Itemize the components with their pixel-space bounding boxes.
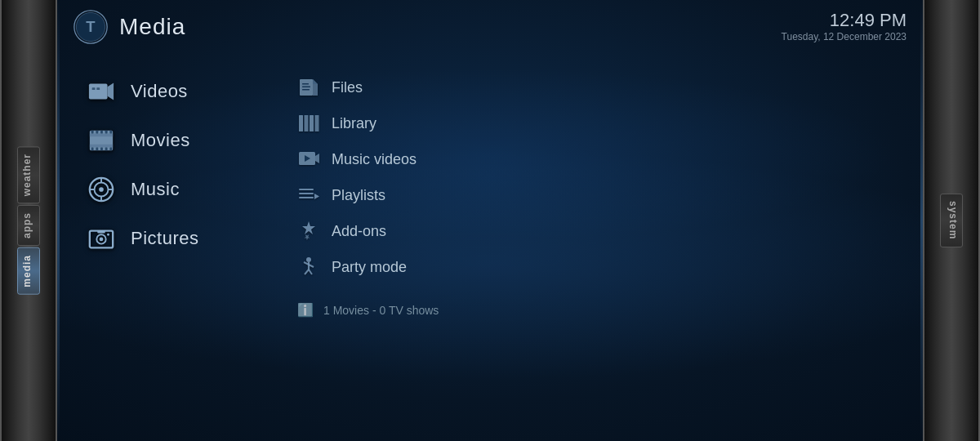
svg-rect-12 [100,131,103,134]
nav-item-videos[interactable]: Videos [74,69,253,114]
sub-label-music-videos: Music videos [332,151,416,168]
main-content: T Media 12:49 PM Tuesday, 12 December 20… [57,0,923,441]
add-ons-icon [297,220,320,243]
header-left: T Media [74,10,185,44]
svg-rect-38 [299,115,303,131]
nav-item-pictures[interactable]: Pictures [74,216,253,261]
sub-item-library[interactable]: Library [286,106,450,140]
svg-marker-43 [315,154,319,163]
svg-rect-30 [97,231,105,234]
svg-rect-16 [96,148,98,151]
svg-rect-5 [92,87,96,90]
sub-label-files: Files [332,79,363,96]
clock: 12:49 PM [782,10,906,31]
svg-rect-3 [89,84,108,100]
svg-rect-19 [109,148,112,151]
svg-rect-40 [310,115,314,131]
main-nav: Videos [74,69,253,326]
svg-line-53 [305,270,309,274]
music-videos-icon [297,148,320,171]
svg-rect-8 [90,134,113,137]
svg-rect-9 [90,145,113,148]
sub-item-files[interactable]: Files [286,70,450,105]
left-tab-group: weather apps media [2,0,56,441]
svg-marker-34 [313,79,318,84]
svg-marker-48 [314,194,319,199]
svg-rect-17 [100,148,103,151]
library-icon [297,112,320,135]
sub-label-party-mode: Party mode [332,259,407,276]
sub-item-playlists[interactable]: Playlists [286,178,450,212]
svg-rect-13 [105,131,108,134]
right-side-panel: system [923,0,980,441]
date: Tuesday, 12 December 2023 [782,31,906,42]
sub-item-add-ons[interactable]: Add-ons [286,214,450,248]
svg-point-29 [100,238,104,242]
svg-rect-47 [299,197,314,198]
svg-point-22 [99,187,104,192]
page-title: Media [119,14,185,40]
sidebar-item-weather[interactable]: weather [17,146,40,203]
svg-rect-46 [299,193,314,194]
svg-line-54 [309,270,312,274]
svg-rect-39 [305,115,309,131]
svg-rect-35 [302,83,309,85]
sidebar-item-media[interactable]: media [17,247,40,295]
svg-rect-37 [302,89,310,91]
info-icon: ℹ️ [297,302,314,318]
svg-rect-11 [96,131,98,134]
sub-nav: Files Library [286,69,450,326]
svg-rect-15 [91,148,94,151]
sub-item-party-mode[interactable]: Party mode [286,250,450,284]
videos-icon [87,77,116,106]
svg-marker-4 [108,83,114,100]
sub-label-library: Library [332,115,376,132]
sidebar-item-apps[interactable]: apps [17,205,40,246]
playlists-icon [297,184,320,207]
left-side-panel: weather apps media [0,0,57,441]
svg-point-49 [306,257,311,262]
sub-label-add-ons: Add-ons [332,223,386,240]
pictures-icon [87,224,116,253]
svg-rect-6 [96,87,100,90]
svg-text:T: T [86,18,96,35]
header-right: 12:49 PM Tuesday, 12 December 2023 [782,10,906,42]
svg-rect-41 [315,115,319,131]
files-icon [297,76,320,99]
nav-label-movies: Movies [131,130,190,151]
right-tab-group: system [924,0,978,441]
svg-rect-18 [105,148,108,151]
nav-label-videos: Videos [131,81,188,102]
content-area: Videos [57,52,923,326]
sub-label-playlists: Playlists [332,187,385,204]
tesla-logo: T [74,10,108,44]
nav-item-movies[interactable]: Movies [74,118,253,163]
sub-item-music-videos[interactable]: Music videos [286,142,450,176]
svg-rect-45 [299,189,314,190]
nav-item-music[interactable]: Music [74,167,253,212]
sidebar-item-system[interactable]: system [940,194,963,247]
svg-rect-10 [91,131,94,134]
nav-label-pictures: Pictures [131,228,198,249]
info-text: 1 Movies - 0 TV shows [323,304,439,317]
svg-point-31 [107,234,109,236]
info-bar: ℹ️ 1 Movies - 0 TV shows [286,294,450,326]
svg-rect-14 [109,131,112,134]
svg-rect-36 [302,87,310,88]
nav-label-music: Music [131,179,180,200]
music-icon [87,175,116,204]
party-mode-icon [297,256,320,278]
header: T Media 12:49 PM Tuesday, 12 December 20… [57,0,923,44]
movies-icon [87,126,116,155]
